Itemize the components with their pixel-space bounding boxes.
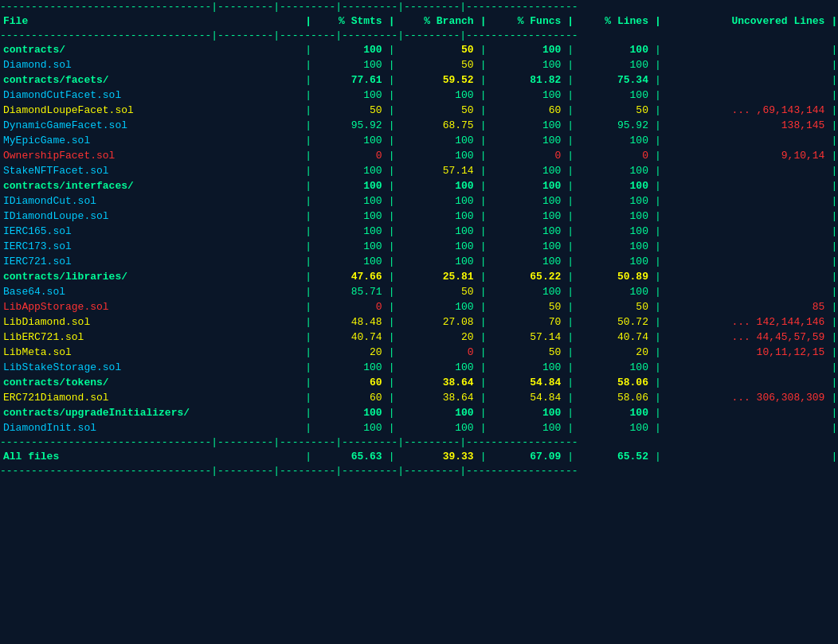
cell-stmts: 100 (312, 88, 389, 103)
cell-funcs: 100 (487, 42, 567, 57)
divider-row: ----------------------------------|-----… (0, 435, 838, 449)
cell-lines: 58.06 (574, 390, 655, 405)
coverage-table: ----------------------------------|-----… (0, 0, 838, 478)
cell-funcs: 100 (487, 133, 567, 148)
footer-funcs: 67.09 (487, 449, 567, 464)
table-row: IERC165.sol|100|100|100|100|| (0, 224, 838, 239)
cell-funcs: 100 (487, 178, 567, 193)
table-row: LibERC721.sol|40.74|20|57.14|40.74|... 4… (0, 330, 838, 345)
cell-lines: 50 (574, 103, 655, 118)
cell-funcs: 54.84 (487, 390, 567, 405)
cell-uncovered: 138,145 (661, 118, 831, 133)
cell-uncovered (661, 360, 831, 375)
table-row: MyEpicGame.sol|100|100|100|100|| (0, 133, 838, 148)
cell-lines: 100 (574, 133, 655, 148)
cell-lines: 40.74 (574, 330, 655, 345)
cell-funcs: 100 (487, 57, 567, 72)
cell-lines: 100 (574, 193, 655, 209)
cell-lines: 0 (574, 148, 655, 163)
cell-file: IERC165.sol (0, 224, 305, 239)
cell-branch: 100 (395, 193, 480, 209)
cell-branch: 100 (395, 299, 480, 314)
cell-file: Diamond.sol (0, 57, 305, 72)
footer-branch: 39.33 (395, 449, 480, 464)
table-row: IDiamondLoupe.sol|100|100|100|100|| (0, 209, 838, 224)
cell-uncovered (661, 375, 831, 390)
cell-funcs: 70 (487, 314, 567, 330)
cell-stmts: 0 (312, 299, 389, 314)
cell-uncovered: ... 44,45,57,59 (661, 330, 831, 345)
cell-file: ERC721Diamond.sol (0, 390, 305, 405)
cell-stmts: 0 (312, 148, 389, 163)
cell-funcs: 100 (487, 239, 567, 254)
cell-uncovered: ... 306,308,309 (661, 390, 831, 405)
table-row: contracts/|100|50|100|100|| (0, 42, 838, 57)
cell-stmts: 50 (312, 103, 389, 118)
cell-uncovered (661, 163, 831, 178)
cell-lines: 100 (574, 57, 655, 72)
cell-stmts: 95.92 (312, 118, 389, 133)
table-row: IERC721.sol|100|100|100|100|| (0, 254, 838, 269)
cell-lines: 50.72 (574, 314, 655, 330)
cell-uncovered: 9,10,14 (661, 148, 831, 163)
cell-branch: 50 (395, 284, 480, 299)
cell-stmts: 100 (312, 133, 389, 148)
table-row: DynamicGameFacet.sol|95.92|68.75|100|95.… (0, 118, 838, 133)
cell-uncovered (661, 42, 831, 57)
cell-stmts: 100 (312, 209, 389, 224)
cell-funcs: 100 (487, 420, 567, 435)
cell-branch: 50 (395, 42, 480, 57)
cell-stmts: 100 (312, 224, 389, 239)
cell-file: contracts/libraries/ (0, 269, 305, 284)
cell-stmts: 100 (312, 405, 389, 420)
cell-uncovered: ... ,69,143,144 (661, 103, 831, 118)
cell-stmts: 77.61 (312, 72, 389, 88)
cell-uncovered (661, 284, 831, 299)
cell-funcs: 60 (487, 103, 567, 118)
cell-branch: 50 (395, 103, 480, 118)
cell-lines: 100 (574, 254, 655, 269)
cell-funcs: 100 (487, 88, 567, 103)
cell-file: MyEpicGame.sol (0, 133, 305, 148)
cell-uncovered (661, 420, 831, 435)
cell-branch: 100 (395, 360, 480, 375)
cell-uncovered (661, 239, 831, 254)
cell-stmts: 20 (312, 345, 389, 360)
table-row: Base64.sol|85.71|50|100|100|| (0, 284, 838, 299)
cell-file: LibMeta.sol (0, 345, 305, 360)
cell-funcs: 100 (487, 360, 567, 375)
cell-funcs: 54.84 (487, 375, 567, 390)
table-row: DiamondLoupeFacet.sol|50|50|60|50|... ,6… (0, 103, 838, 118)
cell-file: DiamondCutFacet.sol (0, 88, 305, 103)
cell-branch: 100 (395, 133, 480, 148)
cell-stmts: 48.48 (312, 314, 389, 330)
cell-file: LibAppStorage.sol (0, 299, 305, 314)
cell-stmts: 100 (312, 42, 389, 57)
cell-branch: 0 (395, 345, 480, 360)
cell-uncovered (661, 57, 831, 72)
cell-funcs: 50 (487, 299, 567, 314)
cell-stmts: 100 (312, 254, 389, 269)
cell-branch: 100 (395, 239, 480, 254)
cell-branch: 57.14 (395, 163, 480, 178)
table-row: contracts/upgradeInitializers/|100|100|1… (0, 405, 838, 420)
cell-funcs: 81.82 (487, 72, 567, 88)
cell-uncovered (661, 405, 831, 420)
table-row: ERC721Diamond.sol|60|38.64|54.84|58.06|.… (0, 390, 838, 405)
cell-funcs: 100 (487, 118, 567, 133)
cell-lines: 75.34 (574, 72, 655, 88)
cell-lines: 100 (574, 163, 655, 178)
cell-lines: 100 (574, 420, 655, 435)
cell-lines: 100 (574, 178, 655, 193)
cell-stmts: 85.71 (312, 284, 389, 299)
cell-funcs: 100 (487, 193, 567, 209)
cell-branch: 100 (395, 420, 480, 435)
footer-lines: 65.52 (574, 449, 655, 464)
table-row: LibMeta.sol|20|0|50|20|10,11,12,15| (0, 345, 838, 360)
table-row: contracts/tokens/|60|38.64|54.84|58.06|| (0, 375, 838, 390)
cell-file: IERC173.sol (0, 239, 305, 254)
cell-lines: 100 (574, 405, 655, 420)
cell-branch: 100 (395, 224, 480, 239)
footer-row: All files|65.63|39.33|67.09|65.52|| (0, 449, 838, 464)
table-row: IDiamondCut.sol|100|100|100|100|| (0, 193, 838, 209)
